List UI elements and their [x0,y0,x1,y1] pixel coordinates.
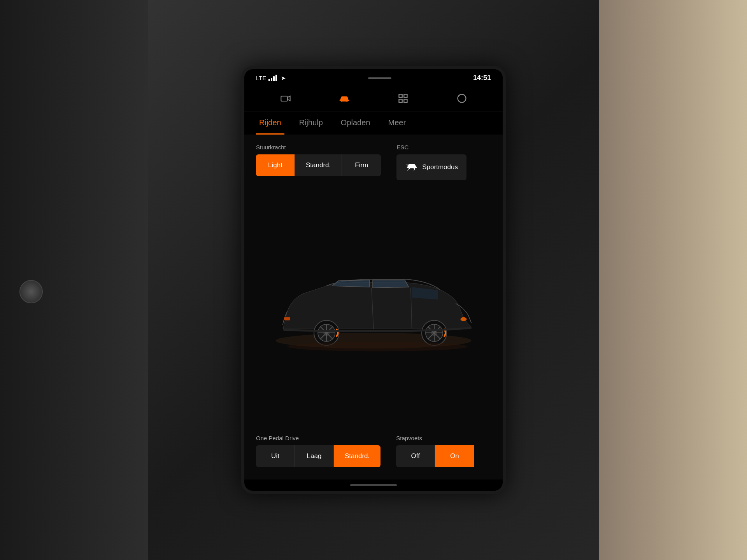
esc-group: ESC OFF [396,144,491,180]
one-pedal-laag-btn[interactable]: Laag [295,445,334,467]
esc-sportmodus-btn[interactable]: OFF Sportmodus [396,154,466,180]
stapvoets-buttons: Off On [396,445,491,467]
carrier-label: LTE [256,75,266,81]
interior-right-panel [599,0,747,560]
stuurkracht-light-btn[interactable]: Light [256,154,295,176]
svg-point-31 [288,342,468,351]
tab-rijden[interactable]: Rijden [256,112,284,135]
stuurkracht-buttons: Light Standrd. Firm [256,154,381,176]
stuurkracht-firm-btn[interactable]: Firm [342,154,381,176]
car-interior: LTE ➤ 14:51 [0,0,747,560]
one-pedal-drive-buttons: Uit Laag Standrd. [256,445,381,467]
main-content: Stuurkracht Light Standrd. Firm ESC [244,135,503,480]
one-pedal-drive-label: One Pedal Drive [256,435,381,441]
one-pedal-drive-group: One Pedal Drive Uit Laag Standrd. [256,435,381,467]
status-left: LTE ➤ [256,75,286,82]
main-tabs: Rijden Rijhulp Opladen Meer [244,112,503,135]
svg-rect-5 [404,94,407,98]
camera-nav-icon[interactable] [278,91,293,106]
bottom-controls-row: One Pedal Drive Uit Laag Standrd. Stapvo… [256,435,491,470]
car-nav-icon[interactable] [337,91,352,106]
car-illustration [256,188,491,427]
home-indicator[interactable] [350,484,397,486]
grid-nav-icon[interactable] [395,91,411,106]
svg-rect-4 [399,94,402,98]
svg-rect-16 [284,317,290,320]
one-pedal-uit-btn[interactable]: Uit [256,445,295,467]
car-display [256,188,491,427]
esc-sportmodus-label: Sportmodus [422,163,458,171]
svg-point-8 [458,94,466,103]
tab-meer[interactable]: Meer [385,112,409,135]
interior-left-panel [0,0,148,560]
svg-rect-0 [281,96,287,101]
esc-icon: OFF [405,160,417,175]
volume-knob[interactable] [19,280,43,303]
tab-opladen[interactable]: Opladen [338,112,374,135]
nav-arrow-icon: ➤ [281,75,286,82]
top-controls-row: Stuurkracht Light Standrd. Firm ESC [256,144,491,180]
nav-icons-bar [244,85,503,112]
svg-point-2 [341,100,342,102]
circle-nav-icon[interactable] [454,91,470,106]
stapvoets-label: Stapvoets [396,435,491,441]
stuurkracht-standrd-btn[interactable]: Standrd. [295,154,342,176]
status-bar: LTE ➤ 14:51 [244,69,503,85]
stapvoets-on-btn[interactable]: On [435,445,474,467]
svg-point-11 [414,167,416,169]
status-center-line [368,77,391,79]
esc-label: ESC [396,144,491,150]
tablet-bottom-bar [244,480,503,491]
svg-point-10 [409,167,410,169]
signal-bars [268,75,277,81]
stuurkracht-group: Stuurkracht Light Standrd. Firm [256,144,381,180]
one-pedal-standrd-btn[interactable]: Standrd. [334,445,381,467]
svg-point-15 [460,317,466,321]
svg-marker-1 [287,96,290,101]
stuurkracht-label: Stuurkracht [256,144,381,150]
svg-rect-6 [399,99,402,102]
clock: 14:51 [473,74,491,82]
tab-rijhulp[interactable]: Rijhulp [296,112,326,135]
infotainment-tablet: LTE ➤ 14:51 [241,66,506,494]
svg-rect-7 [404,99,407,102]
stapvoets-off-btn[interactable]: Off [396,445,435,467]
stapvoets-group: Stapvoets Off On [396,435,491,467]
svg-point-3 [346,100,347,102]
